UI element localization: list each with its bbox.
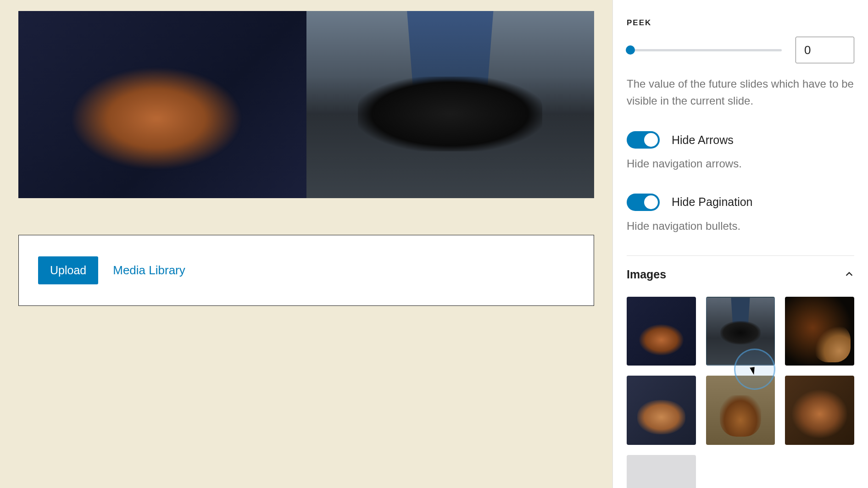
chevron-up-icon	[844, 269, 854, 279]
images-panel-title: Images	[627, 268, 666, 281]
images-panel-header[interactable]: Images	[627, 255, 854, 290]
editor-canvas: Upload Media Library	[0, 0, 612, 488]
image-thumb-3[interactable]	[785, 297, 854, 366]
image-thumb-4[interactable]	[627, 376, 696, 445]
slide-2[interactable]	[306, 11, 595, 198]
peek-help-text: The value of the future slides which hav…	[627, 75, 854, 109]
settings-sidebar: PEEK The value of the future slides whic…	[612, 0, 868, 488]
image-thumb-2[interactable]	[706, 297, 775, 366]
media-library-button[interactable]: Media Library	[113, 263, 185, 277]
hide-arrows-help: Hide navigation arrows.	[627, 155, 854, 172]
hide-pagination-toggle[interactable]	[627, 194, 660, 211]
slide-1[interactable]	[18, 11, 306, 198]
hide-pagination-help: Hide navigation bullets.	[627, 217, 854, 234]
peek-control-row	[627, 37, 854, 63]
peek-input[interactable]	[796, 37, 854, 63]
image-thumb-6[interactable]	[785, 376, 854, 445]
image-thumb-1[interactable]	[627, 297, 696, 366]
images-thumbnail-grid: +	[627, 297, 854, 488]
peek-label: PEEK	[627, 18, 854, 28]
hide-pagination-row: Hide Pagination	[627, 194, 854, 211]
peek-slider-thumb[interactable]	[626, 45, 635, 55]
upload-button[interactable]: Upload	[38, 256, 98, 284]
slider-preview[interactable]	[18, 11, 594, 198]
peek-slider[interactable]	[627, 49, 782, 51]
media-placeholder: Upload Media Library	[18, 235, 594, 306]
hide-arrows-toggle[interactable]	[627, 131, 660, 149]
hide-pagination-label: Hide Pagination	[672, 195, 753, 209]
add-image-button[interactable]: +	[627, 455, 696, 488]
image-thumb-5[interactable]	[706, 376, 775, 445]
hide-arrows-row: Hide Arrows	[627, 131, 854, 149]
hide-arrows-label: Hide Arrows	[672, 133, 734, 147]
